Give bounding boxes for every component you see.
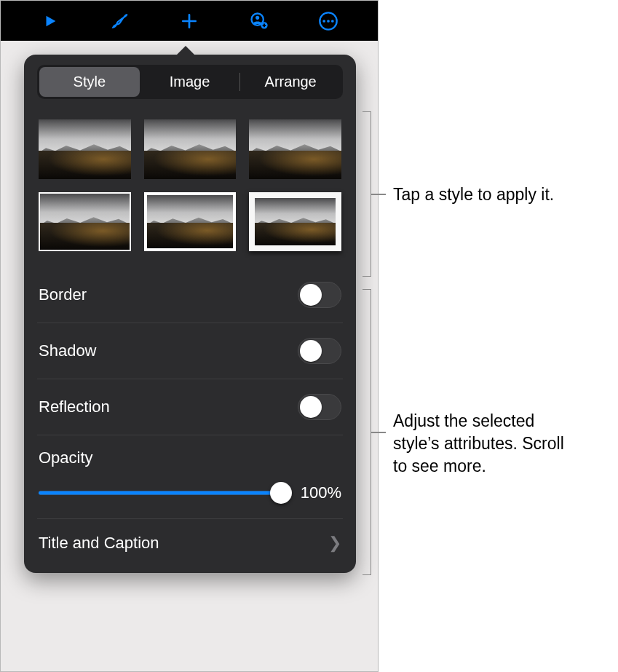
opacity-slider[interactable] — [39, 484, 281, 502]
opacity-label: Opacity — [39, 448, 341, 467]
collaborate-icon[interactable] — [245, 7, 274, 36]
shadow-toggle[interactable] — [298, 338, 341, 364]
title-caption-row[interactable]: Title and Caption ❯ — [37, 519, 343, 567]
svg-point-5 — [327, 20, 330, 23]
reflection-row: Reflection — [37, 379, 343, 435]
style-thumbnail-grid — [39, 119, 341, 251]
svg-point-1 — [255, 15, 259, 19]
style-preset-2[interactable] — [144, 119, 237, 179]
top-toolbar — [1, 1, 378, 41]
reflection-toggle[interactable] — [298, 394, 341, 420]
style-preset-6[interactable] — [249, 192, 341, 252]
app-stage: Style Image Arrange Border Shadow Reflec… — [0, 0, 379, 672]
svg-point-4 — [322, 20, 325, 23]
style-preset-1[interactable] — [39, 119, 131, 179]
style-preset-3[interactable] — [249, 119, 341, 179]
style-preset-5[interactable] — [144, 192, 237, 252]
opacity-value: 100% — [294, 483, 341, 502]
brush-icon[interactable] — [105, 7, 134, 36]
svg-point-6 — [331, 20, 334, 23]
callout-bracket-styles — [363, 111, 371, 277]
shadow-label: Shadow — [39, 341, 97, 360]
tab-image[interactable]: Image — [140, 67, 240, 97]
border-toggle[interactable] — [298, 282, 341, 308]
play-icon[interactable] — [36, 7, 65, 36]
callout-line-styles — [371, 194, 386, 195]
callout-text-attributes: Adjust the selected style’s attributes. … — [393, 410, 582, 478]
callout-text-styles: Tap a style to apply it. — [393, 183, 604, 206]
border-label: Border — [39, 285, 87, 304]
style-preset-4[interactable] — [39, 192, 131, 252]
reflection-label: Reflection — [39, 398, 110, 416]
tab-style[interactable]: Style — [39, 67, 140, 97]
opacity-row: Opacity 100% — [37, 435, 343, 519]
plus-icon[interactable] — [175, 7, 204, 36]
shadow-row: Shadow — [37, 323, 343, 379]
callout-line-attributes — [371, 432, 386, 433]
chevron-right-icon: ❯ — [328, 534, 341, 553]
title-caption-label: Title and Caption — [39, 534, 159, 553]
more-icon[interactable] — [314, 7, 343, 36]
callout-bracket-attributes — [363, 289, 371, 575]
border-row: Border — [37, 267, 343, 323]
format-popover: Style Image Arrange Border Shadow Reflec… — [24, 55, 356, 573]
format-tabs: Style Image Arrange — [37, 65, 343, 99]
tab-arrange[interactable]: Arrange — [240, 67, 341, 97]
